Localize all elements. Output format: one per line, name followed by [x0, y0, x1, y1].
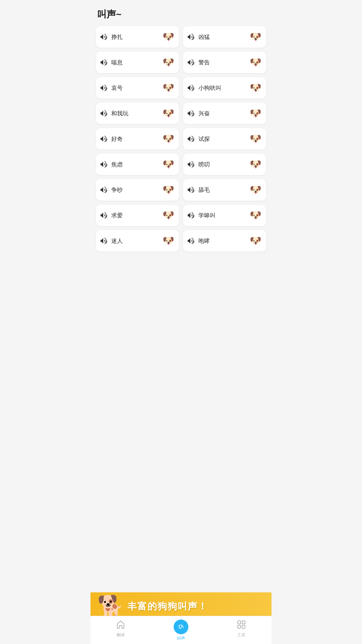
- dog-face-emoji: 🐶: [163, 160, 174, 169]
- card-label: 咆哮: [198, 237, 210, 245]
- card-label: 警告: [198, 59, 210, 66]
- card-label: 焦虑: [111, 161, 123, 168]
- dog-face-emoji: 🐶: [163, 32, 174, 42]
- speaker-icon: [101, 34, 108, 40]
- dog-face-emoji: 🐶: [163, 134, 174, 144]
- svg-point-2: [182, 625, 183, 626]
- card-label: 小狗吠叫: [198, 84, 221, 92]
- speaker-icon: [188, 34, 195, 40]
- sound-card-9[interactable]: 好奇 🐶: [96, 128, 179, 150]
- dog-face-emoji: 🐶: [163, 83, 174, 93]
- speaker-icon: [188, 187, 195, 193]
- card-label: 挣扎: [111, 33, 123, 41]
- speaker-icon: [101, 59, 108, 65]
- card-label: 试探: [198, 135, 210, 143]
- card-label: 争吵: [111, 186, 123, 194]
- sound-card-3[interactable]: 喘息 🐶: [96, 52, 179, 73]
- sound-card-12[interactable]: 唠叨 🐶: [183, 154, 266, 175]
- sound-card-15[interactable]: 求爱 🐶: [96, 205, 179, 226]
- speaker-icon: [101, 187, 108, 193]
- dog-face-emoji: 🐶: [163, 109, 174, 118]
- home-icon: [116, 620, 126, 631]
- dog-face-emoji: 🐶: [250, 83, 261, 93]
- card-label: 唠叨: [198, 161, 210, 168]
- sound-card-10[interactable]: 试探 🐶: [183, 128, 266, 150]
- speaker-icon: [101, 238, 108, 244]
- dog-face-emoji: 🐶: [163, 236, 174, 246]
- card-label: 兴奋: [198, 110, 210, 117]
- banner-text: 丰富的狗狗叫声！: [127, 600, 208, 613]
- tools-icon: [236, 620, 246, 631]
- sound-card-18[interactable]: 咆哮 🐶: [183, 230, 266, 252]
- speaker-icon: [101, 136, 108, 142]
- speaker-icon: [188, 85, 195, 91]
- sound-card-6[interactable]: 小狗吠叫 🐶: [183, 77, 266, 99]
- dog-face-emoji: 🐶: [250, 160, 261, 169]
- speaker-icon: [101, 85, 108, 91]
- nav-item-tools[interactable]: 工具: [230, 620, 253, 638]
- card-label: 舔毛: [198, 186, 210, 194]
- card-label: 喘息: [111, 59, 123, 66]
- page-title: 叫声~: [90, 0, 272, 26]
- sound-card-1[interactable]: 挣扎 🐶: [96, 26, 179, 48]
- card-label: 和我玩: [111, 110, 128, 117]
- speaker-icon: [188, 59, 195, 65]
- card-label: 哀号: [111, 84, 123, 92]
- nav-item-translate[interactable]: 翻译: [109, 620, 132, 638]
- card-label: 求爱: [111, 212, 123, 219]
- dog-face-emoji: 🐶: [163, 185, 174, 195]
- card-label: 好奇: [111, 135, 123, 143]
- dog-face-emoji: 🐶: [250, 58, 261, 67]
- banner-dog-emoji: 🐕: [97, 596, 124, 617]
- svg-rect-5: [238, 625, 241, 628]
- sound-card-17[interactable]: 迷人 🐶: [96, 230, 179, 252]
- sound-card-13[interactable]: 争吵 🐶: [96, 179, 179, 201]
- speaker-icon: [188, 238, 195, 244]
- nav-label-sounds: 叫声: [177, 636, 185, 641]
- card-label: 凶猛: [198, 33, 210, 41]
- sound-card-2[interactable]: 凶猛 🐶: [183, 26, 266, 48]
- speaker-icon: [101, 212, 108, 218]
- svg-rect-3: [238, 621, 241, 624]
- dog-face-emoji: 🐶: [250, 134, 261, 144]
- sound-card-5[interactable]: 哀号 🐶: [96, 77, 179, 99]
- nav-label-translate: 翻译: [117, 632, 125, 638]
- speaker-icon: [101, 161, 108, 167]
- sounds-icon: [174, 620, 188, 634]
- sound-grid: 挣扎 🐶 凶猛 🐶: [90, 26, 272, 305]
- dog-face-emoji: 🐶: [250, 185, 261, 195]
- bottom-nav: 翻译 叫声 工具: [90, 616, 272, 644]
- dog-face-emoji: 🐶: [250, 236, 261, 246]
- speaker-icon: [188, 212, 195, 218]
- dog-face-emoji: 🐶: [163, 211, 174, 220]
- sound-card-4[interactable]: 警告 🐶: [183, 52, 266, 73]
- dog-face-emoji: 🐶: [163, 58, 174, 67]
- sound-card-14[interactable]: 舔毛 🐶: [183, 179, 266, 201]
- sound-card-7[interactable]: 和我玩 🐶: [96, 103, 179, 124]
- svg-point-0: [177, 623, 185, 631]
- dog-face-emoji: 🐶: [250, 109, 261, 118]
- svg-point-1: [180, 628, 181, 629]
- sound-card-16[interactable]: 学嗥叫 🐶: [183, 205, 266, 226]
- sound-card-11[interactable]: 焦虑 🐶: [96, 154, 179, 175]
- dog-face-emoji: 🐶: [250, 211, 261, 220]
- speaker-icon: [101, 110, 108, 116]
- card-label: 学嗥叫: [198, 212, 216, 219]
- nav-item-sounds[interactable]: 叫声: [169, 620, 193, 641]
- svg-rect-6: [242, 625, 245, 628]
- speaker-icon: [188, 110, 195, 116]
- card-label: 迷人: [111, 237, 123, 245]
- svg-rect-4: [242, 621, 245, 624]
- speaker-icon: [188, 161, 195, 167]
- sound-card-8[interactable]: 兴奋 🐶: [183, 103, 266, 124]
- dog-face-emoji: 🐶: [250, 32, 261, 42]
- speaker-icon: [188, 136, 195, 142]
- nav-label-tools: 工具: [237, 632, 245, 638]
